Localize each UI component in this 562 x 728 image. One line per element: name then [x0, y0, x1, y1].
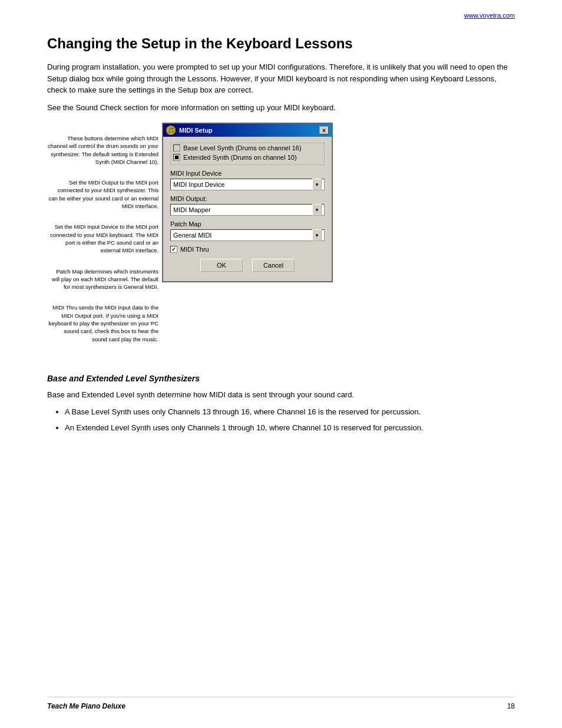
- callout-3: Set the MIDI Input Device to the MIDI po…: [47, 223, 158, 254]
- radio-row-base: Base Level Synth (Drums on channel 16): [173, 144, 322, 151]
- callout-5: MIDI Thru sends the MIDI Input data to t…: [47, 304, 158, 342]
- sub-section-intro: Base and Extended Level synth determine …: [47, 389, 515, 401]
- midi-input-dropdown-row: MIDI Input Device ▼: [170, 179, 325, 190]
- dialog-icon: 🎵: [166, 126, 176, 135]
- patch-map-arrow[interactable]: ▼: [312, 229, 322, 241]
- radio-base-level[interactable]: [173, 144, 180, 151]
- midi-output-dropdown[interactable]: MIDI Mapper ▼: [170, 204, 325, 216]
- page-title: Changing the Setup in the Keyboard Lesso…: [47, 35, 515, 52]
- midi-output-value: MIDI Mapper: [173, 206, 211, 213]
- callout-2: Set the MIDI Output to the MIDI port con…: [47, 179, 158, 210]
- titlebar-left: 🎵 MIDI Setup: [166, 126, 213, 135]
- ok-button[interactable]: OK: [200, 259, 243, 272]
- midi-output-arrow[interactable]: ▼: [312, 204, 322, 216]
- dialog-buttons: OK Cancel: [170, 259, 325, 275]
- midi-thru-label: MIDI Thru: [180, 246, 209, 253]
- close-button[interactable]: ×: [319, 126, 329, 134]
- radio-extended-label: Extended Synth (Drums on channel 10): [183, 154, 297, 161]
- sub-section-heading: Base and Extended Level Synthesizers: [47, 374, 515, 383]
- dialog-area: These buttons determine which MIDI chann…: [47, 123, 515, 356]
- bullet-item-2: An Extended Level Synth uses only Channe…: [65, 422, 515, 434]
- footer-title: Teach Me Piano Deluxe: [47, 702, 125, 710]
- synth-options-group: Base Level Synth (Drums on channel 16) E…: [170, 143, 325, 165]
- callout-1: These buttons determine which MIDI chann…: [47, 134, 158, 166]
- dialog-title: MIDI Setup: [179, 127, 213, 134]
- patch-map-dropdown[interactable]: General MIDI ▼: [170, 229, 325, 241]
- footer-page-number: 18: [507, 702, 515, 710]
- callout-4: Patch Map determines which instruments w…: [47, 268, 158, 291]
- page-footer: Teach Me Piano Deluxe 18: [47, 697, 515, 710]
- bullet-list: A Base Level Synth uses only Channels 13…: [47, 406, 515, 434]
- cancel-button[interactable]: Cancel: [252, 259, 295, 272]
- midi-thru-row: ✓ MIDI Thru: [170, 246, 325, 253]
- radio-extended-synth[interactable]: [173, 154, 180, 161]
- midi-thru-checkbox[interactable]: ✓: [170, 246, 177, 253]
- midi-setup-dialog: 🎵 MIDI Setup × Base Level Synth (Drums o…: [162, 123, 333, 282]
- intro-paragraph-1: During program installation, you were pr…: [47, 61, 515, 96]
- callouts-panel: These buttons determine which MIDI chann…: [47, 123, 162, 356]
- intro-paragraph-2: See the Sound Check section for more inf…: [47, 102, 515, 114]
- patch-map-dropdown-row: General MIDI ▼: [170, 229, 325, 241]
- radio-base-label: Base Level Synth (Drums on channel 16): [183, 144, 302, 151]
- midi-input-arrow[interactable]: ▼: [312, 179, 322, 190]
- website-link[interactable]: www.voyetra.com: [464, 12, 515, 19]
- midi-input-dropdown[interactable]: MIDI Input Device ▼: [170, 179, 325, 190]
- dialog-body: Base Level Synth (Drums on channel 16) E…: [163, 137, 332, 281]
- bullet-item-1: A Base Level Synth uses only Channels 13…: [65, 406, 515, 419]
- midi-output-dropdown-row: MIDI Mapper ▼: [170, 204, 325, 216]
- midi-input-label: MIDI Input Device: [170, 170, 325, 177]
- patch-map-value: General MIDI: [173, 232, 211, 239]
- midi-output-label: MIDI Output:: [170, 195, 325, 202]
- midi-input-value: MIDI Input Device: [173, 181, 224, 188]
- radio-row-extended: Extended Synth (Drums on channel 10): [173, 154, 322, 161]
- page-container: www.voyetra.com Changing the Setup in th…: [0, 0, 562, 728]
- patch-map-label: Patch Map: [170, 220, 325, 228]
- dialog-titlebar: 🎵 MIDI Setup ×: [163, 124, 332, 137]
